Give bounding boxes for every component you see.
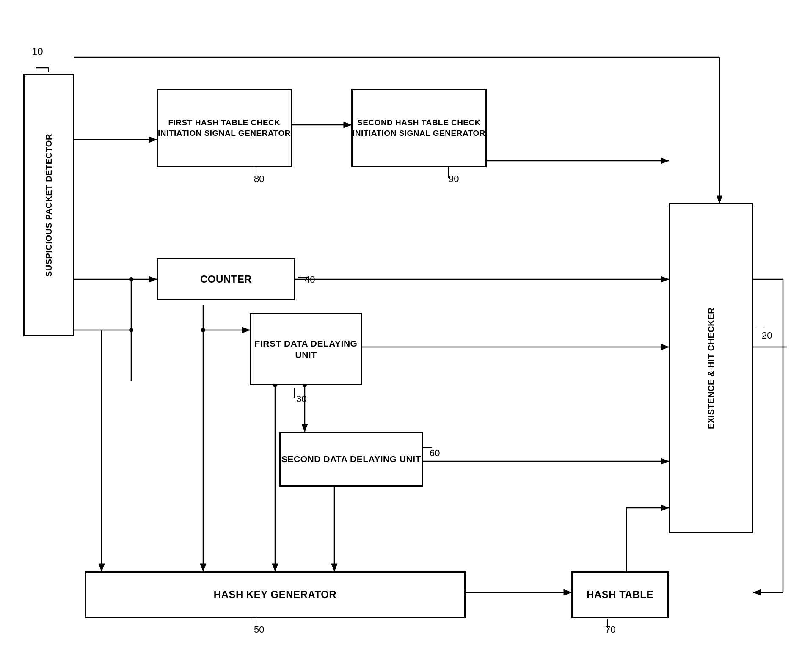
ref-10-line — [23, 47, 49, 72]
hash-table-label: HASH TABLE — [587, 588, 653, 601]
first-data-delaying-block: FIRST DATA DELAYING UNIT — [250, 313, 362, 385]
hash-key-generator-block: HASH KEY GENERATOR — [85, 571, 466, 618]
ref-40-line — [294, 271, 328, 288]
svg-marker-22 — [272, 564, 278, 571]
svg-marker-18 — [661, 158, 669, 164]
svg-marker-20 — [99, 564, 105, 571]
svg-marker-32 — [564, 589, 571, 595]
first-hash-table-check-block: FIRST HASH TABLE CHECK INITIATION SIGNAL… — [157, 89, 292, 167]
svg-marker-12 — [242, 327, 250, 333]
svg-marker-39 — [753, 589, 761, 595]
svg-marker-8 — [149, 276, 157, 282]
ref-20-line — [751, 322, 777, 339]
suspicious-packet-detector-block: SUSPICIOUS PACKET DETECTOR — [23, 74, 74, 336]
svg-marker-24 — [200, 564, 206, 571]
svg-marker-4 — [149, 137, 157, 143]
second-hash-table-check-block: SECOND HASH TABLE CHECK INITIATION SIGNA… — [351, 89, 487, 167]
svg-marker-14 — [661, 276, 669, 282]
svg-point-41 — [129, 277, 133, 281]
ref-50-line — [245, 617, 271, 633]
first-hash-table-check-label: FIRST HASH TABLE CHECK INITIATION SIGNAL… — [158, 118, 291, 138]
hash-table-block: HASH TABLE — [571, 571, 669, 618]
svg-marker-35 — [661, 505, 669, 511]
svg-marker-28 — [331, 564, 337, 571]
second-data-delaying-block: SECOND DATA DELAYING UNIT — [279, 432, 423, 487]
svg-point-43 — [201, 328, 205, 332]
svg-point-42 — [129, 328, 133, 332]
counter-label: COUNTER — [200, 273, 252, 286]
first-data-delaying-label: FIRST DATA DELAYING UNIT — [251, 338, 361, 361]
svg-marker-6 — [344, 122, 351, 128]
existence-hit-checker-label: EXISTENCE & HIT CHECKER — [706, 307, 717, 429]
existence-hit-checker-block: EXISTENCE & HIT CHECKER — [669, 203, 753, 533]
second-hash-table-check-label: SECOND HASH TABLE CHECK INITIATION SIGNA… — [353, 118, 485, 138]
second-data-delaying-label: SECOND DATA DELAYING UNIT — [281, 453, 421, 465]
ref-70-line — [599, 617, 624, 633]
ref-80-line — [245, 165, 279, 182]
svg-marker-30 — [661, 458, 669, 464]
diagram: SUSPICIOUS PACKET DETECTOR 10 FIRST HASH… — [0, 0, 802, 672]
ref-30-line — [288, 386, 322, 403]
svg-marker-26 — [302, 424, 308, 432]
ref-90-line — [440, 165, 474, 182]
hash-key-generator-label: HASH KEY GENERATOR — [214, 588, 336, 601]
counter-block: COUNTER — [157, 258, 295, 300]
ref-60-line — [419, 441, 453, 458]
svg-marker-2 — [717, 196, 722, 203]
svg-marker-16 — [661, 344, 669, 350]
suspicious-packet-detector-label: SUSPICIOUS PACKET DETECTOR — [43, 134, 54, 277]
